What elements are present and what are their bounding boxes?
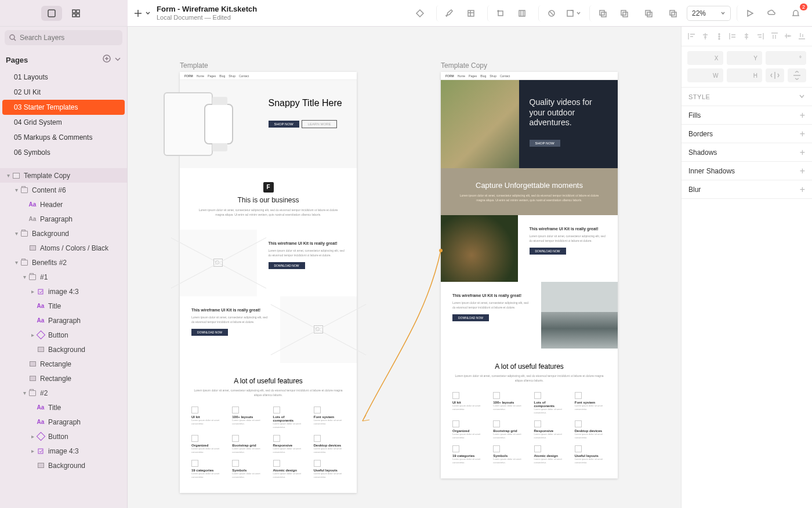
style-section-header[interactable]: STYLE xyxy=(682,88,812,106)
inspector-section[interactable]: Borders+ xyxy=(682,125,812,143)
h-field[interactable]: H xyxy=(727,68,763,82)
subtract-button[interactable] xyxy=(614,5,635,21)
artboard[interactable]: FORMHomePagesBlogShopContactSnappy Title… xyxy=(180,72,357,493)
disclosure-triangle[interactable]: ▸ xyxy=(29,448,36,454)
layer-row[interactable]: ▾#1 xyxy=(0,270,127,284)
y-field[interactable]: Y xyxy=(727,51,763,65)
disclosure-triangle[interactable]: ▾ xyxy=(21,274,28,280)
inspector-section[interactable]: Fills+ xyxy=(682,106,812,125)
collapse-pages-button[interactable] xyxy=(114,55,121,65)
create-symbol-button[interactable] xyxy=(409,5,430,21)
layer-row[interactable]: ▾Template Copy xyxy=(0,168,127,183)
layer-row[interactable]: AaTitle xyxy=(0,299,127,313)
intersect-button[interactable] xyxy=(638,5,659,21)
add-borders-button[interactable]: + xyxy=(800,129,805,139)
union-button[interactable] xyxy=(589,5,610,21)
inspector-section[interactable]: Blur+ xyxy=(682,180,812,199)
layer-row[interactable]: AaParagraph xyxy=(0,313,127,328)
cloud-button[interactable] xyxy=(761,5,782,21)
distribute-v-icon[interactable] xyxy=(715,32,724,41)
layer-row[interactable]: ▾Background xyxy=(0,226,127,241)
scale-button[interactable] xyxy=(563,5,583,21)
inspector-section[interactable]: Shadows+ xyxy=(682,143,812,162)
page-item[interactable]: 05 Markups & Comments xyxy=(0,130,127,145)
disclosure-triangle[interactable]: ▾ xyxy=(13,230,20,237)
layer-row[interactable]: ▸image 4:3 xyxy=(0,444,127,458)
add-fills-button[interactable]: + xyxy=(800,110,805,121)
add-inner-shadows-button[interactable]: + xyxy=(800,166,805,176)
rotation-field[interactable]: ° xyxy=(766,51,806,65)
layer-row[interactable]: AaHeader xyxy=(0,197,127,212)
shop-button[interactable]: SHOP NOW xyxy=(530,140,560,147)
disclosure-triangle[interactable]: ▾ xyxy=(13,187,20,193)
shop-button[interactable]: SHOP NOW xyxy=(269,121,299,128)
page-item[interactable]: 04 Grid System xyxy=(0,115,127,130)
add-blur-button[interactable]: + xyxy=(800,184,805,195)
rotate-button[interactable] xyxy=(487,5,508,21)
align-bottom-icon[interactable] xyxy=(798,32,806,41)
layer-row[interactable]: ▸Button xyxy=(0,429,127,444)
align-left2-icon[interactable] xyxy=(728,32,737,41)
difference-button[interactable] xyxy=(662,5,683,21)
search-layers[interactable] xyxy=(5,30,122,45)
flip-h-button[interactable] xyxy=(766,68,784,82)
zoom-select[interactable]: 22% xyxy=(687,6,731,21)
transform-button[interactable] xyxy=(461,5,481,21)
layer-row[interactable]: ▾Content #6 xyxy=(0,183,127,197)
flip-v-button[interactable] xyxy=(788,68,806,82)
layer-row[interactable]: Rectangle xyxy=(0,371,127,386)
disclosure-triangle[interactable]: ▸ xyxy=(29,332,36,338)
layer-row[interactable]: AaParagraph xyxy=(0,212,127,226)
components-view-button[interactable] xyxy=(66,6,86,21)
learn-button[interactable]: LEARN MORE xyxy=(302,120,338,128)
preview-button[interactable] xyxy=(737,5,757,21)
canvas[interactable]: TemplateFORMHomePagesBlogShopContactSnap… xyxy=(128,27,681,508)
download-button[interactable]: DOWNLOAD NOW xyxy=(191,329,228,336)
layer-row[interactable]: Atoms / Colors / Black xyxy=(0,241,127,255)
layer-row[interactable]: ▾#2 xyxy=(0,386,127,400)
page-item[interactable]: 03 Starter Templates xyxy=(2,100,125,115)
search-input[interactable] xyxy=(20,34,118,42)
disclosure-triangle[interactable]: ▸ xyxy=(29,288,36,295)
layer-row[interactable]: Background xyxy=(0,458,127,473)
mask-button[interactable] xyxy=(538,5,559,21)
page-item[interactable]: 06 Symbols xyxy=(0,145,127,160)
artboard[interactable]: FORMHomePagesBlogShopContactQuality vide… xyxy=(441,72,618,478)
layer-row[interactable]: AaTitle xyxy=(0,400,127,415)
disclosure-triangle[interactable]: ▾ xyxy=(13,259,20,266)
align-center-icon[interactable] xyxy=(742,32,751,41)
page-item[interactable]: 01 Layouts xyxy=(0,70,127,85)
layer-row[interactable]: Rectangle xyxy=(0,357,127,371)
layer-row[interactable]: Background xyxy=(0,342,127,357)
edit-button[interactable] xyxy=(436,5,457,21)
page-item[interactable]: 02 UI Kit xyxy=(0,85,127,100)
download-button[interactable]: DOWNLOAD NOW xyxy=(269,262,305,269)
create-symbol-icon xyxy=(415,9,425,18)
x-field[interactable]: X xyxy=(687,51,723,65)
scissors-button[interactable] xyxy=(512,5,532,21)
align-center-h-icon[interactable] xyxy=(701,32,710,41)
layer-row[interactable]: ▸Button xyxy=(0,328,127,342)
add-shadows-button[interactable]: + xyxy=(800,147,805,158)
document-subtitle: Local Document — Edited xyxy=(157,14,257,21)
artboard-label[interactable]: Template Copy xyxy=(441,61,487,70)
download-button[interactable]: DOWNLOAD NOW xyxy=(530,248,566,255)
disclosure-triangle[interactable]: ▾ xyxy=(5,172,12,179)
disclosure-triangle[interactable]: ▾ xyxy=(21,390,28,396)
add-page-button[interactable] xyxy=(103,55,111,65)
align-right-icon[interactable] xyxy=(756,32,765,41)
align-top-icon[interactable] xyxy=(770,32,779,41)
w-field[interactable]: W xyxy=(687,68,723,82)
insert-button[interactable] xyxy=(133,9,151,18)
canvas-view-button[interactable] xyxy=(41,6,62,21)
download-button[interactable]: DOWNLOAD NOW xyxy=(452,314,489,321)
layer-row[interactable]: ▸image 4:3 xyxy=(0,284,127,299)
artboard-label[interactable]: Template xyxy=(180,61,208,70)
inspector-section[interactable]: Inner Shadows+ xyxy=(682,162,812,180)
layer-row[interactable]: ▾Benefits #2 xyxy=(0,255,127,270)
disclosure-triangle[interactable]: ▸ xyxy=(29,433,36,440)
align-middle-icon[interactable] xyxy=(784,32,792,41)
notifications-button[interactable]: 2 xyxy=(785,5,806,21)
align-left-icon[interactable] xyxy=(687,32,696,41)
layer-row[interactable]: AaParagraph xyxy=(0,415,127,429)
